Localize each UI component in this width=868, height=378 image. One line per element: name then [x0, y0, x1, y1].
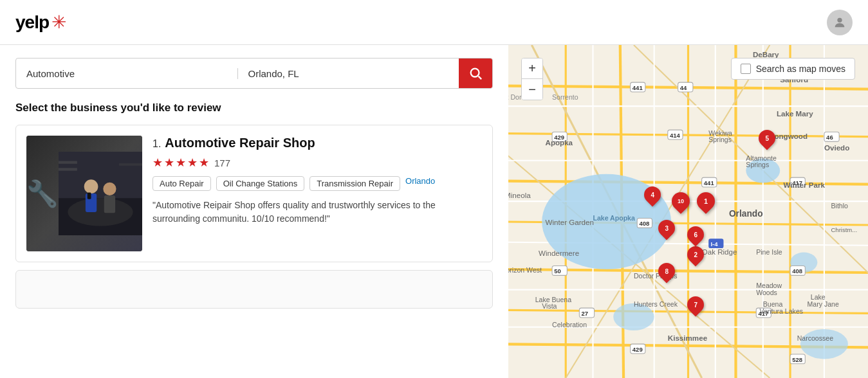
star-2: ★	[164, 156, 174, 170]
svg-text:Pine Isle: Pine Isle	[756, 248, 782, 256]
svg-text:Springs: Springs	[746, 161, 769, 168]
svg-text:Mary Jane: Mary Jane	[808, 300, 839, 308]
toggle-checkbox-icon	[741, 64, 751, 74]
svg-text:Sorrento: Sorrento	[552, 93, 578, 101]
svg-rect-9	[104, 195, 115, 213]
map-marker-7[interactable]: 7	[687, 296, 704, 313]
svg-text:Apopka: Apopka	[546, 138, 573, 147]
section-heading: Select the business you'd like to review	[15, 102, 493, 114]
search-button[interactable]	[459, 58, 492, 89]
tag-transmission[interactable]: Transmission Repair	[309, 176, 400, 191]
logo-text: yelp	[15, 12, 49, 33]
svg-text:50: 50	[554, 267, 561, 274]
business-name-row: 1. Automotive Repair Shop	[152, 136, 482, 150]
tag-auto-repair[interactable]: Auto Repair	[152, 176, 211, 191]
svg-text:408: 408	[792, 267, 802, 274]
map-marker-10[interactable]: 10	[672, 192, 690, 210]
svg-text:Winter Park: Winter Park	[784, 181, 826, 189]
svg-text:429: 429	[633, 346, 643, 353]
tags-row: Auto Repair Oil Change Stations Transmis…	[152, 176, 482, 191]
svg-text:Vista: Vista	[542, 302, 557, 310]
map-panel: Lake Apopka I-4 408 429 44 441	[508, 45, 868, 378]
search-where-input[interactable]	[238, 68, 459, 79]
svg-text:27: 27	[582, 310, 589, 317]
svg-text:Winter Garden: Winter Garden	[546, 218, 595, 226]
business-card-2[interactable]	[15, 270, 493, 309]
search-as-map-moves-label: Search as map moves	[756, 64, 845, 74]
svg-text:Mineola: Mineola	[508, 191, 531, 199]
svg-point-0	[837, 17, 842, 22]
svg-text:Hunters Creek: Hunters Creek	[634, 300, 678, 308]
business-image-placeholder	[26, 136, 142, 251]
svg-line-2	[479, 76, 482, 80]
map-controls: + −	[521, 58, 543, 100]
logo[interactable]: yelp ✳	[15, 12, 66, 33]
star-3: ★	[176, 156, 186, 170]
zoom-in-button[interactable]: +	[522, 59, 542, 79]
map-marker-2[interactable]: 2	[687, 246, 704, 263]
svg-text:Woods: Woods	[756, 289, 777, 296]
main-layout: Select the business you'd like to review	[0, 45, 868, 378]
star-4: ★	[187, 156, 198, 170]
svg-rect-11	[59, 161, 77, 163]
svg-point-6	[84, 179, 98, 194]
svg-rect-10	[88, 193, 91, 199]
map-marker-6[interactable]: 6	[687, 226, 704, 243]
svg-text:Orlando: Orlando	[729, 209, 763, 219]
svg-text:408: 408	[639, 220, 649, 227]
business-number: 1.	[152, 138, 161, 150]
svg-text:441: 441	[704, 179, 715, 186]
svg-text:44: 44	[680, 84, 687, 91]
svg-text:Bithlo: Bithlo	[831, 202, 849, 210]
svg-text:Springs: Springs	[708, 136, 732, 143]
svg-text:Lake Mary: Lake Mary	[777, 109, 813, 118]
map-marker-1[interactable]: 1	[697, 192, 715, 210]
svg-text:Christm...: Christm...	[831, 226, 858, 233]
user-avatar[interactable]	[827, 10, 853, 35]
map-marker-4[interactable]: 4	[644, 186, 661, 203]
business-description: "Automotive Reipair Shop offers quality …	[152, 199, 482, 226]
map-marker-8[interactable]: 8	[658, 263, 675, 280]
svg-text:441: 441	[633, 84, 643, 91]
svg-text:46: 46	[826, 134, 833, 141]
business-card[interactable]: 1. Automotive Repair Shop ★ ★ ★ ★ ★ 177 …	[15, 125, 493, 262]
svg-point-1	[471, 69, 479, 77]
svg-text:Oak Ridge: Oak Ridge	[702, 248, 737, 256]
svg-text:Windermere: Windermere	[539, 249, 579, 257]
svg-text:414: 414	[670, 132, 681, 139]
map-svg: Lake Apopka I-4 408 429 44 441	[508, 45, 868, 378]
map-marker-5[interactable]: 5	[759, 130, 775, 147]
business-info: 1. Automotive Repair Shop ★ ★ ★ ★ ★ 177 …	[152, 136, 482, 251]
svg-text:Ventura Lakes: Ventura Lakes	[760, 307, 804, 315]
logo-burst-icon: ✳	[51, 12, 66, 33]
svg-text:Oviedo: Oviedo	[824, 143, 849, 152]
svg-text:Kissimmee: Kissimmee	[668, 334, 708, 342]
svg-text:I-4: I-4	[710, 240, 718, 248]
star-1: ★	[152, 156, 163, 170]
svg-point-8	[103, 183, 116, 195]
business-name: Automotive Repair Shop	[165, 136, 315, 150]
svg-text:Celebration: Celebration	[552, 321, 587, 328]
map-marker-3[interactable]: 3	[658, 220, 675, 237]
left-panel: Select the business you'd like to review	[0, 45, 508, 378]
search-bar	[15, 58, 493, 89]
svg-rect-12	[59, 168, 77, 170]
business-image	[26, 136, 142, 251]
search-what-input[interactable]	[16, 68, 238, 79]
svg-point-5	[68, 198, 133, 226]
star-rating: ★ ★ ★ ★ ★	[152, 156, 209, 170]
tag-city[interactable]: Orlando	[405, 176, 435, 191]
star-5: ★	[199, 156, 209, 170]
svg-rect-13	[119, 163, 142, 166]
tag-oil-change[interactable]: Oil Change Stations	[216, 176, 305, 191]
map-container[interactable]: Lake Apopka I-4 408 429 44 441	[508, 45, 868, 378]
review-count: 177	[214, 158, 230, 168]
stars-row: ★ ★ ★ ★ ★ 177	[152, 156, 482, 170]
svg-text:Lake Apopka: Lake Apopka	[593, 214, 635, 222]
search-as-map-moves-toggle[interactable]: Search as map moves	[731, 58, 855, 80]
svg-text:528: 528	[792, 356, 802, 363]
svg-text:Horizon West: Horizon West	[508, 266, 542, 274]
header: yelp ✳	[0, 0, 868, 45]
svg-text:Narcoossee: Narcoossee	[797, 334, 833, 342]
zoom-out-button[interactable]: −	[522, 79, 542, 100]
